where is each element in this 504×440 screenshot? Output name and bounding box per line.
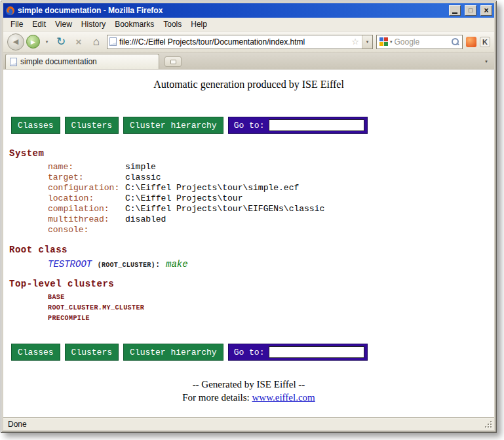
classes-button-bottom[interactable]: Classes [11, 344, 60, 361]
cluster-link[interactable]: ROOT_CLUSTER.MY_CLUSTER [48, 303, 494, 313]
system-row-label: compilation: [48, 204, 125, 214]
system-row: compilation: C:\Eiffel Projects\tour\EIF… [48, 204, 494, 214]
goto-input-bottom[interactable] [269, 346, 364, 358]
page-title: Automatic generation produced by ISE Eif… [3, 79, 494, 90]
minimize-button[interactable] [449, 5, 461, 16]
window-title: simple documentation - Mozilla Firefox [18, 6, 445, 15]
back-arrow-icon: ◀ [13, 37, 18, 46]
testroot-class-link[interactable]: TESTROOT [48, 259, 92, 270]
tab-bar: simple documentation ▾ [3, 52, 494, 70]
forward-arrow-icon: ▶ [31, 39, 35, 45]
search-input[interactable] [395, 37, 449, 47]
system-row-value: C:\Eiffel Projects\tour\simple.ecf [125, 183, 299, 193]
cluster-hierarchy-button[interactable]: Cluster hierarchy [123, 117, 223, 134]
back-button[interactable]: ◀ [7, 33, 24, 50]
maximize-icon: □ [469, 7, 473, 14]
menu-file[interactable]: File [6, 18, 28, 30]
goto-label-bottom: Go to: [234, 348, 265, 357]
doc-nav-top: Classes Clusters Cluster hierarchy Go to… [11, 117, 494, 134]
navigation-toolbar: ◀ ▶ ▾ ↻ × ⌂ ☆ ▾ ▾ K [3, 31, 494, 52]
address-bar: ☆ ▾ [107, 35, 373, 49]
extension-icon-1[interactable] [466, 37, 476, 47]
menu-bar: File Edit View History Bookmarks Tools H… [3, 18, 494, 31]
minimize-icon [452, 12, 457, 14]
bookmark-star-icon[interactable]: ☆ [351, 37, 359, 47]
eiffel-link[interactable]: www.eiffel.com [252, 392, 315, 403]
system-row: console: [48, 225, 494, 235]
system-row: name: simple [48, 162, 494, 172]
firefox-logo-icon [5, 6, 15, 16]
system-row-label: console: [48, 225, 125, 235]
system-row: multithread: disabled [48, 214, 494, 225]
tab-simple-documentation[interactable]: simple documentation [5, 54, 159, 69]
menu-help[interactable]: Help [186, 18, 212, 30]
goto-box: Go to: [228, 117, 368, 134]
google-logo-icon[interactable] [379, 37, 388, 46]
url-input[interactable] [119, 37, 349, 47]
root-class-line: TESTROOT (ROOT_CLUSTER): make [48, 259, 494, 270]
system-row-value: classic [125, 172, 161, 183]
system-row-value: C:\Eiffel Projects\tour\EIFGENs\classic [125, 204, 324, 214]
system-row-value: disabled [125, 214, 166, 225]
tab-label: simple documentation [20, 57, 97, 66]
tab-list-button[interactable]: ▾ [480, 56, 492, 68]
close-icon: × [484, 7, 488, 14]
menu-bookmarks[interactable]: Bookmarks [110, 18, 159, 30]
browser-window: simple documentation - Mozilla Firefox □… [1, 1, 497, 433]
resize-grip[interactable] [485, 421, 493, 429]
close-button[interactable]: × [480, 5, 492, 16]
colon-separator: : [155, 260, 161, 270]
url-history-dropdown[interactable]: ▾ [362, 35, 372, 49]
system-row-label: location: [48, 193, 125, 204]
root-cluster-ref: (ROOT_CLUSTER) [98, 262, 155, 269]
system-row-label: configuration: [48, 183, 125, 193]
tab-favicon [10, 58, 17, 66]
search-bar: ▾ [376, 35, 463, 49]
extension-icon-2[interactable]: K [480, 37, 490, 47]
cluster-link[interactable]: BASE [48, 292, 494, 303]
root-class-heading: Root class [9, 245, 494, 255]
search-magnifier-icon[interactable] [451, 37, 459, 46]
classes-button[interactable]: Classes [11, 117, 60, 134]
system-row-value: C:\Eiffel Projects\tour [125, 193, 242, 204]
goto-box-bottom: Go to: [228, 344, 368, 361]
forward-button[interactable]: ▶ [26, 35, 40, 49]
goto-label: Go to: [234, 121, 265, 130]
cluster-link[interactable]: PRECOMPILE [48, 313, 494, 324]
new-tab-button[interactable] [165, 56, 182, 67]
details-line: For more details: www.eiffel.com [3, 391, 494, 404]
system-row: configuration: C:\Eiffel Projects\tour\s… [48, 183, 494, 193]
goto-input[interactable] [269, 119, 364, 131]
home-button[interactable]: ⌂ [89, 35, 104, 49]
reload-button[interactable]: ↻ [54, 35, 68, 49]
make-feature-link[interactable]: make [166, 259, 188, 270]
new-tab-icon [170, 60, 176, 64]
doc-footer: -- Generated by ISE Eiffel -- For more d… [3, 378, 494, 404]
cluster-hierarchy-button-bottom[interactable]: Cluster hierarchy [123, 344, 223, 361]
menu-edit[interactable]: Edit [28, 18, 50, 30]
search-engine-dropdown[interactable]: ▾ [390, 39, 393, 45]
menu-history[interactable]: History [77, 18, 110, 30]
clusters-heading: Top-level clusters [9, 279, 494, 289]
system-row-label: multithread: [48, 214, 125, 225]
titlebar: simple documentation - Mozilla Firefox □… [3, 3, 494, 18]
stop-button[interactable]: × [71, 35, 86, 49]
clusters-button-bottom[interactable]: Clusters [65, 344, 119, 361]
doc-nav-bottom: Classes Clusters Cluster hierarchy Go to… [11, 344, 494, 361]
clusters-button[interactable]: Clusters [65, 117, 119, 134]
generated-line: -- Generated by ISE Eiffel -- [3, 378, 494, 391]
system-heading: System [9, 148, 494, 159]
menu-tools[interactable]: Tools [159, 18, 186, 30]
system-row-label: name: [48, 162, 125, 172]
page-icon [109, 37, 117, 46]
system-row: location: C:\Eiffel Projects\tour [48, 193, 494, 204]
status-bar: Done [3, 417, 494, 430]
chevron-down-icon: ▾ [485, 59, 488, 64]
menu-view[interactable]: View [50, 18, 77, 30]
status-text: Done [8, 420, 27, 429]
details-prefix: For more details: [182, 392, 249, 403]
forward-history-dropdown[interactable]: ▾ [43, 39, 50, 45]
cluster-list: BASE ROOT_CLUSTER.MY_CLUSTER PRECOMPILE [3, 292, 494, 324]
maximize-button[interactable]: □ [465, 5, 476, 16]
system-row-value: simple [125, 162, 156, 172]
